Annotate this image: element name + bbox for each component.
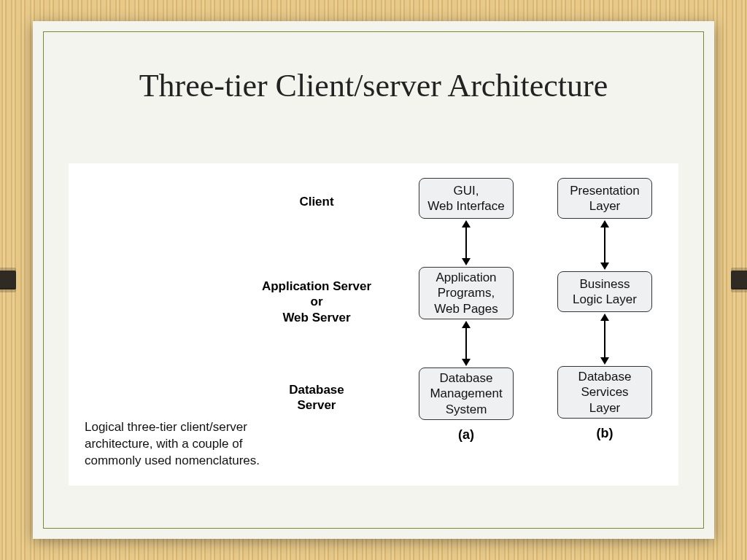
slide-title: Three-tier Client/server Architecture	[44, 67, 703, 104]
row-label-dbserver: DatabaseServer	[244, 382, 390, 413]
arrow-a-2	[465, 322, 467, 365]
column-a: GUI,Web Interface ApplicationPrograms,We…	[419, 178, 514, 474]
wood-background: Three-tier Client/server Architecture Cl…	[0, 0, 747, 560]
node-b-app: BusinessLogic Layer	[557, 271, 652, 312]
node-b-db: DatabaseServicesLayer	[557, 366, 652, 419]
arrow-a-1	[465, 222, 467, 264]
arrow-b-1	[604, 222, 605, 268]
arrow-b-2	[604, 315, 605, 363]
column-b: PresentationLayer BusinessLogic Layer Da…	[557, 178, 652, 474]
clip-left	[0, 265, 16, 295]
slide-card: Three-tier Client/server Architecture Cl…	[33, 21, 714, 539]
row-label-appserver: Application ServerorWeb Server	[244, 279, 390, 325]
slide-inner-frame: Three-tier Client/server Architecture Cl…	[43, 31, 704, 529]
node-a-app: ApplicationPrograms,Web Pages	[419, 267, 514, 319]
clip-right	[731, 265, 747, 295]
node-b-client: PresentationLayer	[557, 178, 652, 219]
node-a-db: DatabaseManagementSystem	[419, 368, 514, 420]
column-a-label: (a)	[419, 427, 514, 443]
column-b-label: (b)	[557, 426, 652, 441]
row-label-client: Client	[244, 194, 390, 209]
node-a-client: GUI,Web Interface	[419, 178, 514, 219]
diagram-figure: Client Application ServerorWeb Server Da…	[69, 163, 678, 486]
figure-caption: Logical three-tier client/server archite…	[85, 419, 282, 470]
